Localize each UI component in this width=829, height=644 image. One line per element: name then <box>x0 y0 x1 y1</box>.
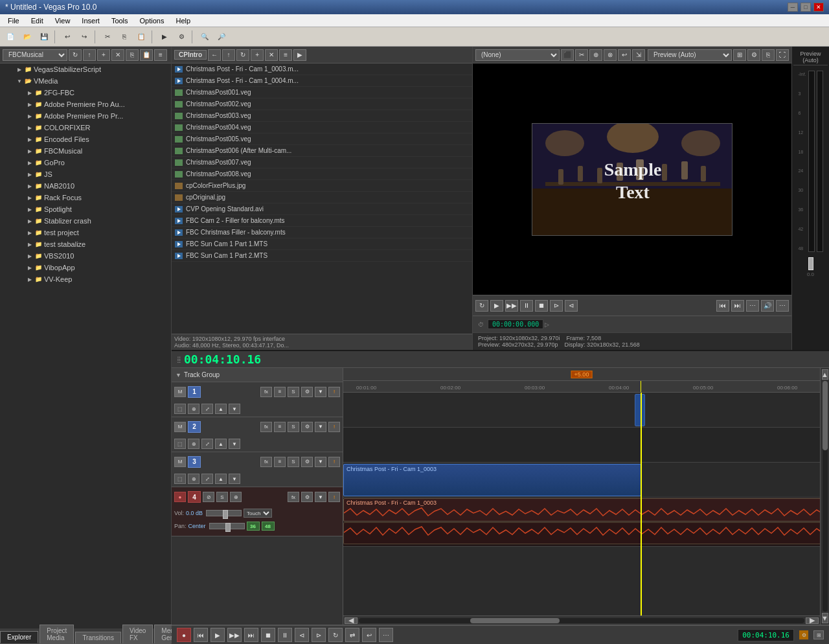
preview-skip-end-btn[interactable]: ⏭ <box>731 300 744 312</box>
track-1-fx-btn[interactable]: fx <box>260 387 272 397</box>
track-3-clip[interactable]: Christmas Post - Fri - Cam 1_0003 <box>343 464 641 496</box>
preview-skip-start-btn[interactable]: ⏮ <box>716 300 729 312</box>
tree-toggle[interactable]: ▶ <box>16 67 23 73</box>
media-file-item[interactable]: FBC Cam 2 - Filler for balcony.mts <box>172 215 472 227</box>
track-2-motion-btn[interactable]: ⬚ <box>174 439 186 449</box>
properties-button[interactable]: ⚙ <box>174 30 189 44</box>
track-3-motion-btn[interactable]: ⬚ <box>174 474 186 484</box>
prev-btn-5[interactable]: ↩ <box>618 49 631 61</box>
preview-mark-in-btn[interactable]: ⊳ <box>550 300 563 312</box>
copy-btn[interactable]: ⎘ <box>126 49 139 61</box>
tree-item-vmedia[interactable]: ▼ 📂 VMedia <box>0 75 171 87</box>
media-file-item[interactable]: FBC Sun Cam 1 Part 1.MTS <box>172 238 472 250</box>
new-button[interactable]: 📄 <box>3 30 18 44</box>
more-btn[interactable]: ⋯ <box>379 628 393 642</box>
media-file-item[interactable]: ChristmasPost005.veg <box>172 133 472 145</box>
v-scrollbar[interactable]: ▲ ▼ <box>820 368 829 625</box>
track-2-fx-btn[interactable]: fx <box>260 422 272 432</box>
tree-item-colorfixer[interactable]: ▶ 📁 COLORFIXER <box>0 122 171 133</box>
menu-help[interactable]: Help <box>170 16 196 26</box>
media-new-btn[interactable]: + <box>251 49 264 61</box>
level-slider-handle[interactable] <box>808 257 813 270</box>
tree-item-2fgfbc[interactable]: ▶ 📁 2FG-FBC <box>0 87 171 98</box>
tree-item-rackfocus[interactable]: ▶ 📁 Rack Focus <box>0 192 171 203</box>
tab-transitions[interactable]: Transitions <box>75 632 121 643</box>
tree-item-testproject[interactable]: ▶ 📁 test project <box>0 227 171 238</box>
new-folder-button[interactable]: + <box>97 49 110 61</box>
media-refresh-btn[interactable]: ↻ <box>236 49 249 61</box>
play-pause-btn[interactable]: ▶ <box>210 628 225 642</box>
track-2-env-btn[interactable]: ≡ <box>274 422 286 432</box>
h-scrollbar[interactable]: ◀ ▶ <box>343 615 820 625</box>
next-frame-btn[interactable]: ⊳ <box>312 628 326 642</box>
media-file-item[interactable]: ChristmasPost004.veg <box>172 122 472 133</box>
track-2-mute-btn[interactable]: M <box>174 422 186 432</box>
tree-item-vvkeep[interactable]: ▶ 📁 VV-Keep <box>0 273 171 285</box>
preview-loop-btn[interactable]: ↻ <box>475 300 488 312</box>
tree-item-js[interactable]: ▶ 📁 JS <box>0 168 171 180</box>
scroll-left-btn[interactable]: ◀ <box>345 617 358 624</box>
media-del-btn[interactable]: ✕ <box>265 49 278 61</box>
scroll-right-btn[interactable]: ▶ <box>806 617 819 624</box>
fast-play-btn[interactable]: ▶▶ <box>227 628 242 642</box>
prev-btn-2[interactable]: ✂ <box>575 49 588 61</box>
snap-icon[interactable]: ⊞ <box>813 630 824 639</box>
track-1-mute-btn[interactable]: M <box>174 387 186 397</box>
tree-toggle[interactable]: ▼ <box>16 78 23 84</box>
up-folder-button[interactable]: ↑ <box>83 49 96 61</box>
track-3-compositing-btn[interactable]: ⊕ <box>188 474 199 484</box>
track-1-more-btn[interactable]: ▼ <box>315 387 326 397</box>
track-3-resize-btn[interactable]: ⤢ <box>201 474 213 484</box>
tree-item-encodedfiles[interactable]: ▶ 📁 Encoded Files <box>0 133 171 145</box>
track-3-down-btn[interactable]: ▼ <box>229 474 240 484</box>
paste-btn[interactable]: 📋 <box>140 49 153 61</box>
render-button[interactable]: ▶ <box>157 30 172 44</box>
scroll-up-btn[interactable]: ▲ <box>822 369 828 380</box>
timeline-ruler[interactable]: 00:01:00 00:02:00 00:03:00 00:04:00 00:0… <box>343 381 820 393</box>
track-3-settings-btn[interactable]: ⚙ <box>301 457 313 467</box>
track-1-down-btn[interactable]: ▼ <box>229 404 240 414</box>
prev-btn-6[interactable]: ⇲ <box>632 49 645 61</box>
preview-grid-btn[interactable]: ⊞ <box>733 49 746 61</box>
maximize-button[interactable]: □ <box>801 3 811 12</box>
media-file-item[interactable]: ChristmasPost007.veg <box>172 157 472 168</box>
track-3-up-btn[interactable]: ▲ <box>215 474 227 484</box>
scroll-track[interactable] <box>359 618 804 623</box>
preview-pause-btn[interactable]: ⏸ <box>520 300 533 312</box>
media-preview-btn[interactable]: ▶ <box>293 49 306 61</box>
media-file-item[interactable]: FBC Christmas Filler - balcony.mts <box>172 227 472 238</box>
zoom-out-button[interactable]: 🔎 <box>214 30 229 44</box>
preview-fullscreen-btn[interactable]: ⛶ <box>776 49 789 61</box>
zoom-in-button[interactable]: 🔍 <box>197 30 212 44</box>
record-btn[interactable]: ● <box>177 628 191 642</box>
track-1-clip-small[interactable] <box>635 394 645 426</box>
folder-dropdown[interactable]: FBCMusical <box>3 49 67 61</box>
prev-btn-4[interactable]: ⊗ <box>604 49 617 61</box>
preview-quality-dropdown[interactable]: Preview (Auto) Best (Full) Good (Half) D… <box>648 49 732 61</box>
media-file-item[interactable]: ChristmasPost003.veg <box>172 110 472 122</box>
tree-toggle[interactable]: ▶ <box>26 90 34 96</box>
preview-more2-btn[interactable]: ⋯ <box>776 300 789 312</box>
menu-options[interactable]: Options <box>135 16 170 26</box>
tree-toggle[interactable]: ▶ <box>26 160 34 166</box>
tree-item-teststabalize[interactable]: ▶ 📁 test stabalize <box>0 238 171 250</box>
v-scroll-thumb[interactable] <box>823 381 828 450</box>
media-view-btn[interactable]: ≡ <box>279 49 292 61</box>
prev-frame-btn[interactable]: ⊲ <box>295 628 309 642</box>
track-4-warning-btn[interactable]: ! <box>328 492 340 502</box>
tree-toggle[interactable]: ▶ <box>26 113 34 119</box>
tree-toggle[interactable]: ▶ <box>26 102 34 108</box>
track-1-solo-btn[interactable]: S <box>288 387 299 397</box>
track-2-up-btn[interactable]: ▲ <box>215 439 227 449</box>
tree-item-vibopapp[interactable]: ▶ 📁 VibopApp <box>0 262 171 273</box>
track-4-mute-btn2[interactable]: ⊘ <box>203 492 214 502</box>
timeline-tracks[interactable]: Christmas Post - Fri - Cam 1_0003 Christ… <box>343 393 820 615</box>
automation-dropdown[interactable]: Touch Read Write <box>244 509 272 518</box>
tab-video-fx[interactable]: Video FX <box>122 625 153 643</box>
tree-toggle[interactable]: ▶ <box>26 195 34 201</box>
media-file-item[interactable]: Christmas Post - Fri - Cam 1_0003.m... <box>172 63 472 75</box>
preview-fast-fwd-btn[interactable]: ▶▶ <box>505 300 518 312</box>
scroll-thumb[interactable] <box>470 618 560 623</box>
tab-explorer[interactable]: Explorer <box>0 631 38 643</box>
tree-toggle[interactable]: ▶ <box>26 172 34 178</box>
